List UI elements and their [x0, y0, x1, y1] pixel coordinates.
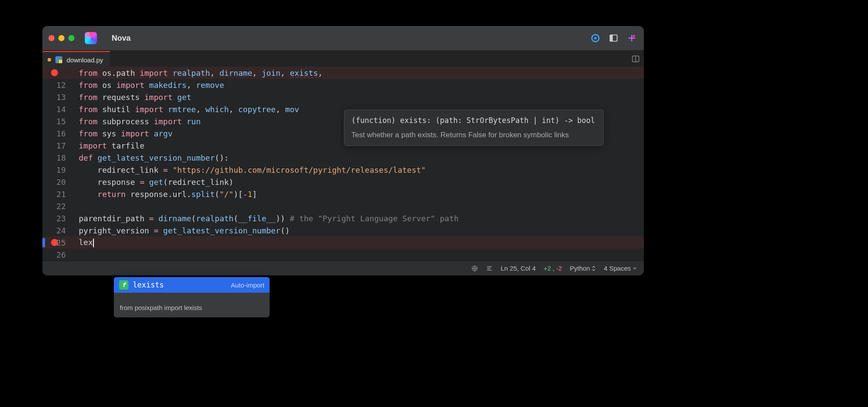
code-content[interactable]: redirect_link = "https://github.com/micr… — [74, 165, 644, 174]
code-line[interactable]: 22 — [42, 200, 644, 212]
code-line[interactable]: 21 return response.url.split("/")[-1] — [42, 188, 644, 200]
indent-selector[interactable]: 4 Spaces — [604, 265, 637, 272]
line-number: 25 — [42, 238, 69, 247]
svg-rect-3 — [610, 35, 613, 42]
outline-icon[interactable] — [486, 265, 493, 272]
editor-window: Nova download.py from os.path import rea… — [42, 26, 644, 275]
code-line[interactable]: 19 redirect_link = "https://github.com/m… — [42, 164, 644, 176]
statusbar: Ln 25, Col 4 +2, -2 Python 4 Spaces — [42, 261, 644, 275]
line-number: 26 — [42, 250, 69, 259]
tooltip-signature: (function) exists: (path: StrOrBytesPath… — [351, 116, 596, 125]
file-tab[interactable]: download.py — [42, 51, 110, 68]
text-cursor-icon — [93, 239, 94, 247]
autocomplete-label: lexists — [133, 281, 164, 289]
minimize-button[interactable] — [58, 35, 64, 41]
code-line[interactable]: 23parentdir_path = dirname(realpath(__fi… — [42, 212, 644, 224]
line-number: 21 — [42, 190, 69, 199]
autocomplete-popup: flexistsAuto-import ‵‵‵ from posixpath i… — [114, 277, 270, 317]
close-button[interactable] — [48, 35, 55, 41]
line-number: 20 — [42, 178, 69, 187]
app-icon — [85, 32, 97, 44]
preview-icon[interactable] — [589, 32, 601, 44]
titlebar-right — [589, 32, 638, 44]
code-content[interactable]: from os import makedirs, remove — [74, 81, 644, 90]
panels-icon[interactable] — [608, 32, 620, 44]
svg-point-4 — [633, 35, 635, 37]
line-number: 16 — [42, 129, 69, 138]
error-icon[interactable] — [51, 239, 58, 246]
diff-deletions: -2 — [556, 265, 562, 272]
line-number: 19 — [42, 165, 69, 174]
code-line[interactable]: 26 — [42, 249, 644, 261]
window-tab[interactable]: Nova — [104, 26, 141, 50]
code-content[interactable]: response = get(redirect_link) — [74, 178, 644, 187]
language-selector[interactable]: Python — [570, 265, 596, 272]
tooltip-doc: Test whether a path exists. Returns Fals… — [351, 131, 596, 139]
code-line[interactable]: 18def get_latest_version_number(): — [42, 152, 644, 164]
code-content[interactable]: lex — [74, 238, 644, 247]
line-number: 24 — [42, 226, 69, 235]
maximize-button[interactable] — [68, 35, 74, 41]
code-line[interactable]: 13from requests import get — [42, 91, 644, 103]
code-content[interactable]: def get_latest_version_number(): — [74, 153, 644, 162]
diff-additions: +2 — [543, 265, 551, 272]
remote-icon[interactable] — [471, 265, 478, 272]
line-number: 12 — [42, 81, 69, 90]
line-number: 18 — [42, 153, 69, 162]
code-content[interactable]: parentdir_path = dirname(realpath(__file… — [74, 214, 644, 223]
error-icon[interactable] — [51, 69, 58, 76]
code-line[interactable]: 25lex — [42, 236, 644, 249]
code-line[interactable]: 20 response = get(redirect_link) — [42, 176, 644, 188]
cursor-position[interactable]: Ln 25, Col 4 — [501, 265, 536, 272]
add-icon[interactable] — [626, 32, 638, 44]
code-line[interactable]: from os.path import realpath, dirname, j… — [42, 67, 644, 79]
autocomplete-action: Auto-import — [231, 281, 264, 289]
line-number: 23 — [42, 214, 69, 223]
line-number: 14 — [42, 105, 69, 114]
python-file-icon — [55, 56, 62, 63]
app-name: Nova — [112, 34, 131, 43]
traffic-lights — [48, 35, 74, 41]
code-editor[interactable]: from os.path import realpath, dirname, j… — [42, 67, 644, 261]
git-diff[interactable]: +2, -2 — [543, 265, 562, 272]
code-content[interactable]: pyright_version = get_latest_version_num… — [74, 226, 644, 235]
line-number: 15 — [42, 117, 69, 126]
code-line[interactable]: 24pyright_version = get_latest_version_n… — [42, 224, 644, 236]
code-content[interactable]: return response.url.split("/")[-1] — [74, 190, 644, 199]
code-line[interactable]: 12from os import makedirs, remove — [42, 79, 644, 91]
autocomplete-item[interactable]: flexistsAuto-import — [114, 277, 270, 293]
file-tab-label: download.py — [67, 56, 103, 64]
svg-point-1 — [594, 37, 597, 39]
titlebar: Nova — [42, 26, 644, 50]
autocomplete-detail: from posixpath import lexists — [114, 300, 270, 317]
line-number: 17 — [42, 141, 69, 150]
dirty-indicator-icon — [48, 58, 51, 61]
file-tabstrip: download.py — [42, 50, 644, 67]
split-editor-icon[interactable] — [627, 51, 644, 67]
line-number: 22 — [42, 202, 69, 211]
code-content[interactable]: from os.path import realpath, dirname, j… — [74, 68, 644, 78]
function-badge-icon: f — [119, 280, 129, 290]
line-number: 13 — [42, 93, 69, 102]
hover-tooltip: (function) exists: (path: StrOrBytesPath… — [344, 110, 604, 146]
code-content[interactable]: from requests import get — [74, 93, 644, 102]
autocomplete-more-icon: ‵‵‵ — [114, 293, 270, 300]
